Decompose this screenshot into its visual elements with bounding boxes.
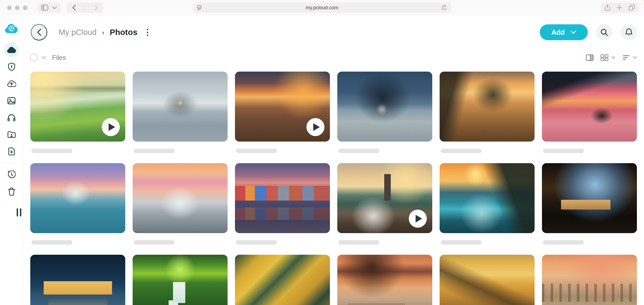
filename-skeleton	[236, 240, 277, 245]
photos-icon	[7, 97, 16, 104]
browser-window: my.pcloud.com P	[0, 0, 644, 305]
pause-handle-icon	[20, 208, 21, 216]
photo-grid	[23, 61, 644, 305]
filename-skeleton	[134, 149, 175, 153]
app-sidebar: P	[0, 15, 23, 305]
forward-icon[interactable]	[89, 2, 103, 13]
search-button[interactable]	[596, 24, 612, 40]
filename-skeleton	[543, 240, 584, 245]
filename-skeleton	[441, 240, 482, 245]
new-tab-icon[interactable]	[616, 5, 622, 11]
bell-icon	[625, 28, 633, 36]
trash-icon	[8, 187, 15, 196]
play-button[interactable]	[102, 118, 120, 136]
kebab-vertical-icon[interactable]: ⋮	[144, 30, 152, 35]
play-icon	[109, 123, 115, 131]
photo-cell	[542, 163, 637, 245]
tab-overview-icon[interactable]	[628, 4, 635, 11]
tab-group-chevron-icon[interactable]	[52, 6, 57, 9]
video-tile[interactable]	[235, 72, 330, 142]
photo-cell	[337, 255, 432, 305]
photo-tile[interactable]	[542, 163, 637, 233]
pcloud-logo-icon: P	[5, 24, 18, 33]
traffic-lights	[7, 5, 28, 10]
photo-cell	[440, 163, 535, 245]
back-icon[interactable]	[67, 2, 81, 13]
photo-tile[interactable]	[133, 163, 228, 233]
reload-icon[interactable]	[442, 5, 447, 10]
play-icon	[313, 123, 320, 131]
select-all-checkbox[interactable]	[30, 54, 38, 61]
chevron-down-icon	[571, 31, 576, 34]
files-section-header: Files	[30, 54, 637, 61]
photo-tile[interactable]	[440, 72, 535, 142]
add-button[interactable]: Add	[540, 24, 588, 40]
breadcrumb-current: Photos	[110, 28, 138, 37]
pause-handle-icon	[17, 208, 18, 216]
filename-skeleton	[441, 149, 482, 153]
sidebar-item-photos[interactable]	[4, 93, 19, 108]
nav-divider	[85, 4, 85, 11]
photo-tile[interactable]	[440, 255, 535, 305]
section-label: Files	[52, 54, 66, 61]
chevron-down-icon[interactable]	[633, 56, 637, 59]
sidebar-item-audio[interactable]	[4, 110, 19, 125]
photo-tile[interactable]	[30, 255, 125, 305]
url-text: my.pcloud.com	[193, 5, 451, 11]
sidebar-toggle-icon[interactable]	[41, 5, 48, 11]
filename-skeleton	[31, 240, 72, 245]
details-panel-icon[interactable]	[586, 54, 594, 61]
photo-cell	[440, 255, 535, 305]
video-tile[interactable]	[30, 72, 125, 142]
sidebar-collapse-handle[interactable]	[17, 208, 21, 216]
share-icon[interactable]	[604, 4, 610, 11]
close-window-button[interactable]	[7, 5, 12, 10]
back-button[interactable]	[31, 24, 47, 40]
photo-tile[interactable]	[337, 255, 432, 305]
sidebar-item-crypto[interactable]	[4, 59, 19, 74]
view-controls	[586, 54, 637, 61]
photo-tile[interactable]	[133, 255, 228, 305]
sort-icon[interactable]	[622, 55, 630, 61]
photo-cell	[133, 72, 228, 153]
sidebar-item-trash[interactable]	[4, 184, 19, 199]
sidebar-item-rewind[interactable]	[4, 167, 19, 182]
photo-tile[interactable]	[235, 163, 330, 233]
search-icon	[600, 28, 608, 36]
browser-toolbar: my.pcloud.com	[0, 0, 644, 15]
filename-skeleton	[134, 240, 175, 245]
page-settings-icon[interactable]	[197, 5, 202, 10]
address-bar[interactable]: my.pcloud.com	[193, 2, 451, 13]
photo-cell	[30, 72, 125, 153]
photo-tile[interactable]	[542, 72, 637, 142]
sidebar-item-pcloud-logo[interactable]: P	[4, 21, 19, 36]
play-button[interactable]	[409, 210, 427, 228]
chevron-down-icon[interactable]	[41, 56, 46, 59]
play-button[interactable]	[306, 118, 324, 136]
breadcrumb-parent[interactable]: My pCloud	[59, 28, 97, 37]
video-tile[interactable]	[337, 163, 432, 233]
photo-cell	[30, 255, 125, 305]
photo-tile[interactable]	[30, 163, 125, 233]
minimize-window-button[interactable]	[15, 5, 20, 10]
toolbar-right-group	[601, 2, 639, 13]
breadcrumb: My pCloud › Photos ⋮	[59, 28, 152, 37]
zoom-window-button[interactable]	[23, 5, 28, 10]
filename-skeleton	[543, 149, 584, 153]
sidebar-item-file-requests[interactable]	[4, 144, 19, 159]
sidebar-item-backup[interactable]	[4, 76, 19, 91]
notifications-button[interactable]	[621, 24, 637, 40]
breadcrumb-separator: ›	[102, 29, 104, 37]
sidebar-item-files[interactable]	[4, 42, 19, 57]
photo-tile[interactable]	[235, 255, 330, 305]
photo-tile[interactable]	[542, 255, 637, 305]
grid-view-icon[interactable]	[600, 54, 609, 61]
sidebar-item-shared[interactable]	[4, 127, 19, 142]
photo-tile[interactable]	[337, 72, 432, 142]
photo-tile[interactable]	[133, 72, 228, 142]
photo-cell	[235, 163, 330, 245]
photo-cell	[337, 163, 432, 245]
photo-tile[interactable]	[440, 163, 535, 233]
photo-cell	[133, 255, 228, 305]
chevron-down-icon[interactable]	[611, 56, 615, 59]
